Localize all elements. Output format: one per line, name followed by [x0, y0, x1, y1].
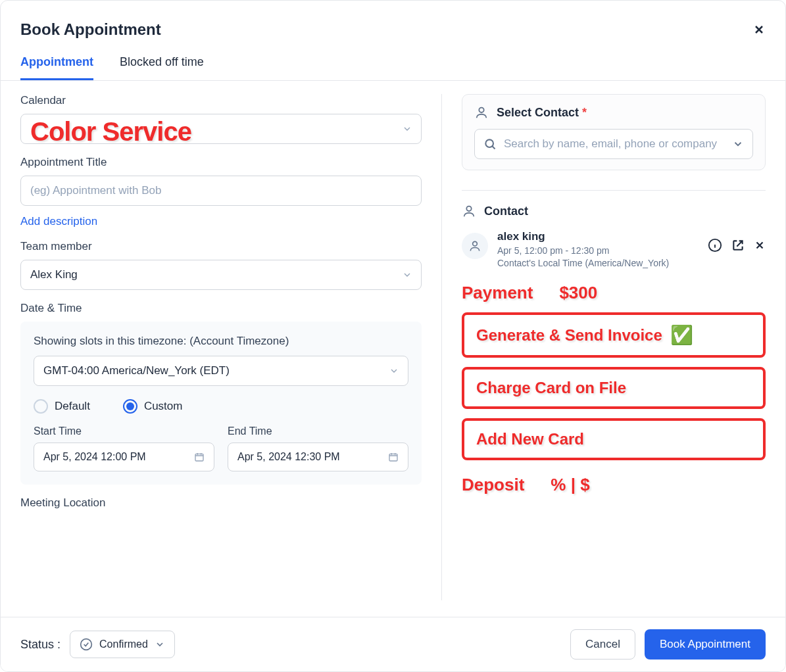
required-asterisk: * [582, 106, 587, 119]
radio-default[interactable]: Default [34, 399, 90, 414]
status-select[interactable]: Confirmed [70, 631, 175, 658]
start-time-input[interactable]: Apr 5, 2024 12:00 PM [34, 443, 214, 471]
status-value: Confirmed [99, 638, 148, 650]
datetime-label: Date & Time [20, 302, 422, 315]
annotation-deposit-row: Deposit % | $ [462, 475, 766, 495]
add-description-link[interactable]: Add description [20, 215, 97, 228]
status-label: Status : [20, 638, 61, 652]
modal-footer: Status : Confirmed Cancel Book Appointme… [1, 617, 785, 671]
calendar-icon [388, 452, 399, 462]
appointment-title-input[interactable] [20, 176, 422, 206]
close-icon [752, 23, 766, 36]
right-panel: Select Contact * [442, 94, 766, 600]
chevron-down-icon [155, 639, 165, 650]
calendar-icon [194, 452, 205, 462]
svg-point-2 [479, 108, 483, 112]
select-contact-label: Select Contact * [497, 106, 587, 120]
close-button[interactable] [752, 23, 766, 36]
cancel-button[interactable]: Cancel [570, 629, 635, 660]
radio-default-label: Default [55, 400, 90, 413]
annotation-payment-label: Payment [462, 283, 533, 303]
start-time-value: Apr 5, 2024 12:00 PM [43, 451, 146, 463]
team-member-select[interactable]: Alex King [20, 260, 422, 290]
slot-mode-radios: Default Custom [34, 399, 408, 414]
external-link-icon [731, 239, 745, 252]
annotation-deposit-toggle: % | $ [551, 475, 589, 495]
contact-time: Apr 5, 12:00 pm - 12:30 pm [497, 245, 699, 256]
radio-custom-label: Custom [144, 400, 183, 413]
contact-search-input[interactable] [474, 129, 753, 159]
radio-icon [123, 399, 137, 414]
left-panel: Calendar Color Service Appointment Title… [20, 94, 441, 600]
start-time-label: Start Time [34, 425, 214, 437]
contact-section: Contact alex king Apr 5, 12:00 pm - 12:3… [462, 190, 766, 268]
radio-custom[interactable]: Custom [123, 399, 183, 414]
book-appointment-button[interactable]: Book Appointment [645, 629, 766, 660]
contact-timezone-note: Contact's Local Time (America/New_York) [497, 258, 699, 268]
annotation-deposit-label: Deposit [462, 475, 524, 495]
annotation-add-new-card: Add New Card [462, 418, 766, 460]
svg-point-3 [485, 139, 493, 147]
svg-point-5 [473, 241, 478, 246]
svg-point-7 [81, 639, 92, 650]
checkmark-icon: ✅ [670, 324, 693, 346]
radio-icon [34, 399, 48, 414]
meeting-location-label: Meeting Location [20, 496, 422, 510]
annotation-payment-amount: $300 [559, 283, 597, 303]
contact-info-button[interactable] [708, 238, 722, 252]
chevron-down-icon [732, 138, 744, 150]
timezone-label: Showing slots in this timezone: (Account… [34, 335, 408, 348]
person-icon [462, 204, 476, 218]
calendar-select[interactable] [20, 114, 422, 144]
select-contact-panel: Select Contact * [462, 94, 766, 170]
search-icon [483, 137, 497, 151]
contact-remove-button[interactable] [754, 239, 766, 251]
end-time-value: Apr 5, 2024 12:30 PM [237, 451, 340, 463]
end-time-label: End Time [228, 425, 408, 437]
book-appointment-modal: Book Appointment Appointment Blocked off… [0, 0, 786, 672]
modal-header: Book Appointment [1, 1, 785, 39]
contact-name: alex king [497, 230, 699, 243]
svg-rect-0 [195, 454, 203, 461]
svg-rect-1 [389, 454, 397, 461]
end-time-input[interactable]: Apr 5, 2024 12:30 PM [228, 443, 408, 471]
calendar-select-wrap: Color Service [20, 114, 422, 144]
calendar-label: Calendar [20, 94, 422, 107]
annotation-charge-card: Charge Card on File [462, 367, 766, 409]
team-member-label: Team member [20, 240, 422, 253]
datetime-box: Showing slots in this timezone: (Account… [20, 322, 422, 485]
tabs: Appointment Blocked off time [1, 39, 785, 81]
modal-title: Book Appointment [20, 20, 161, 39]
svg-point-4 [466, 206, 471, 211]
modal-body: Calendar Color Service Appointment Title… [1, 81, 785, 600]
annotation-payment-row: Payment $300 [462, 283, 766, 303]
check-circle-icon [80, 638, 93, 651]
appointment-title-label: Appointment Title [20, 156, 422, 169]
contact-open-external-button[interactable] [731, 239, 745, 252]
timezone-select[interactable]: GMT-04:00 America/New_York (EDT) [34, 356, 408, 386]
annotation-generate-invoice: Generate & Send Invoice ✅ [462, 312, 766, 358]
tab-appointment[interactable]: Appointment [20, 55, 93, 80]
tab-blocked-off-time[interactable]: Blocked off time [120, 55, 204, 80]
close-icon [754, 239, 766, 251]
contact-section-label: Contact [484, 204, 528, 218]
contact-card: alex king Apr 5, 12:00 pm - 12:30 pm Con… [462, 230, 766, 268]
avatar [462, 233, 488, 259]
info-icon [708, 238, 722, 252]
person-icon [474, 105, 489, 120]
